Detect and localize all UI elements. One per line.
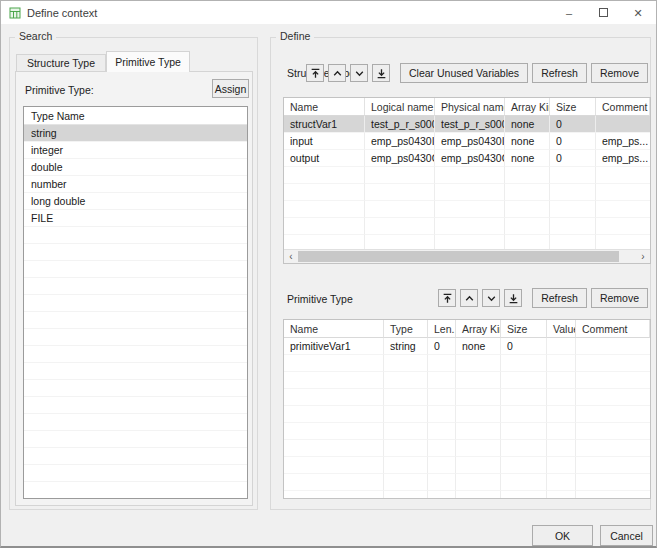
table-cell — [456, 474, 501, 491]
table-cell — [576, 474, 650, 491]
column-header[interactable]: Len... — [428, 320, 456, 338]
move-up-button[interactable] — [460, 289, 478, 307]
table-empty-row — [284, 184, 650, 201]
table-cell — [501, 474, 547, 491]
column-header[interactable]: Array Kind — [456, 320, 501, 338]
table-row[interactable]: outputemp_ps0430Outemp_ps0430Outnone0emp… — [284, 150, 650, 167]
table-cell — [365, 184, 435, 201]
table-cell — [456, 372, 501, 389]
table-cell — [576, 372, 650, 389]
type-list-item[interactable]: integer — [24, 142, 247, 159]
move-down-button[interactable] — [350, 64, 368, 82]
table-cell: none — [456, 338, 501, 355]
column-header[interactable]: Name — [284, 98, 365, 116]
column-header[interactable]: Value — [547, 320, 576, 338]
move-to-top-button[interactable] — [306, 64, 324, 82]
clear-unused-variables-button[interactable]: Clear Unused Variables — [400, 63, 528, 83]
table-cell — [384, 474, 428, 491]
column-header[interactable]: Logical name — [365, 98, 435, 116]
type-list-item[interactable]: number — [24, 176, 247, 193]
table-row[interactable]: inputemp_ps0430Inemp_ps0430Innone0emp_ps… — [284, 133, 650, 150]
table-cell — [384, 423, 428, 440]
column-header[interactable]: Name — [284, 320, 384, 338]
assign-button[interactable]: Assign — [212, 79, 249, 98]
table-cell — [547, 440, 576, 457]
type-list-empty-row — [24, 482, 247, 499]
table-cell — [384, 406, 428, 423]
type-name-list-body: stringintegerdoublenumberlong doubleFILE — [24, 125, 247, 499]
title-bar[interactable]: Define context – ✕ — [1, 1, 656, 24]
app-grid-icon — [9, 7, 21, 19]
table-cell — [428, 474, 456, 491]
type-list-item[interactable]: double — [24, 159, 247, 176]
type-list-item[interactable]: string — [24, 125, 247, 142]
table-cell: emp_ps0430In — [435, 133, 505, 150]
move-to-top-button[interactable] — [438, 289, 456, 307]
cancel-button[interactable]: Cancel — [600, 525, 653, 546]
type-name-list[interactable]: Type Name stringintegerdoublenumberlong … — [23, 106, 248, 499]
table-empty-row — [284, 406, 650, 423]
table-cell — [505, 218, 550, 235]
type-list-empty-row — [24, 346, 247, 363]
scrollbar-track[interactable] — [298, 250, 636, 263]
table-cell — [576, 440, 650, 457]
move-up-button[interactable] — [328, 64, 346, 82]
column-header[interactable]: Comment — [576, 320, 650, 338]
table-cell — [428, 389, 456, 406]
column-header[interactable]: Type — [384, 320, 428, 338]
move-to-bottom-button[interactable] — [504, 289, 522, 307]
scrollbar-thumb[interactable] — [298, 251, 619, 262]
type-list-empty-row — [24, 414, 247, 431]
table-cell — [596, 116, 650, 133]
table-cell — [435, 235, 505, 249]
structure-refresh-button[interactable]: Refresh — [532, 63, 587, 83]
table-empty-row — [284, 491, 650, 498]
column-header[interactable]: Comment — [596, 98, 650, 116]
table-cell — [284, 491, 384, 498]
type-name-list-header[interactable]: Type Name — [24, 107, 247, 125]
column-header[interactable]: Physical name — [435, 98, 505, 116]
tab-structure-type[interactable]: Structure Type — [16, 54, 106, 71]
search-group-label: Search — [15, 30, 56, 42]
table-empty-row — [284, 457, 650, 474]
type-list-item[interactable]: FILE — [24, 210, 247, 227]
scroll-right-icon[interactable]: › — [636, 250, 650, 263]
primitive-remove-button[interactable]: Remove — [591, 288, 648, 308]
maximize-icon[interactable] — [599, 8, 608, 17]
table-cell — [505, 201, 550, 218]
table-cell: test_p_r_s0001In — [365, 116, 435, 133]
table-cell — [435, 167, 505, 184]
table-cell — [501, 440, 547, 457]
structure-table-hscrollbar[interactable]: ‹ › — [284, 249, 650, 263]
table-row[interactable]: structVar1test_p_r_s0001Intest_p_r_s0001… — [284, 116, 650, 133]
table-cell — [547, 491, 576, 498]
table-cell — [365, 201, 435, 218]
table-cell — [596, 167, 650, 184]
type-list-empty-row — [24, 363, 247, 380]
table-empty-row — [284, 389, 650, 406]
column-header[interactable]: Size — [501, 320, 547, 338]
table-cell — [501, 491, 547, 498]
ok-button[interactable]: OK — [532, 525, 593, 546]
table-empty-row — [284, 474, 650, 491]
structure-table-body: structVar1test_p_r_s0001Intest_p_r_s0001… — [284, 116, 650, 249]
move-down-button[interactable] — [482, 289, 500, 307]
primitive-refresh-button[interactable]: Refresh — [532, 288, 587, 308]
structure-remove-button[interactable]: Remove — [591, 63, 648, 83]
move-to-bottom-button[interactable] — [372, 64, 390, 82]
column-header[interactable]: Array Kind — [505, 98, 550, 116]
type-list-empty-row — [24, 312, 247, 329]
scroll-left-icon[interactable]: ‹ — [284, 250, 298, 263]
table-cell — [284, 423, 384, 440]
table-row[interactable]: primitiveVar1string0none0 — [284, 338, 650, 355]
table-cell: emp_ps... — [596, 150, 650, 167]
table-cell — [428, 406, 456, 423]
close-icon[interactable]: ✕ — [632, 7, 644, 19]
table-cell — [435, 218, 505, 235]
column-header[interactable]: Size — [550, 98, 596, 116]
minimize-icon[interactable]: – — [563, 7, 575, 19]
table-cell — [384, 440, 428, 457]
tab-primitive-type[interactable]: Primitive Type — [106, 51, 190, 72]
type-list-item[interactable]: long double — [24, 193, 247, 210]
table-cell: 0 — [550, 116, 596, 133]
